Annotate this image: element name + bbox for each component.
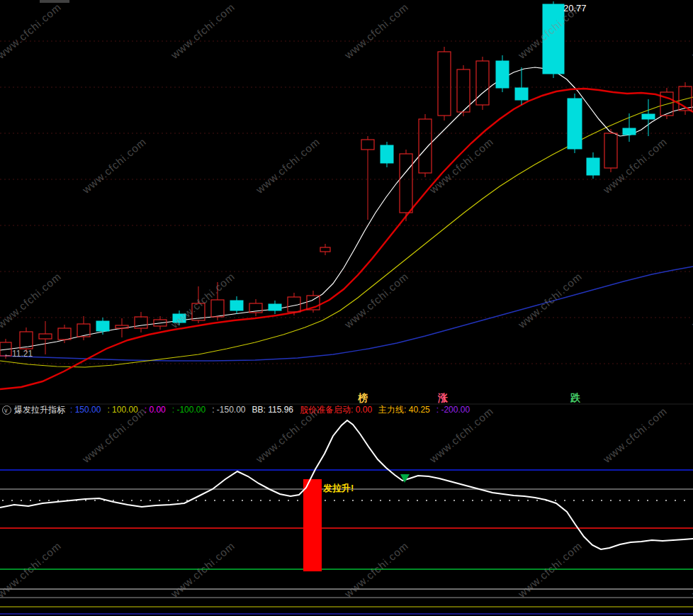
dotted-baseline-dot: [665, 500, 667, 501]
dotted-baseline-dot: [150, 500, 151, 501]
candle-up: [400, 154, 412, 213]
dotted-baseline-dot: [601, 500, 602, 501]
candle-down: [96, 321, 109, 331]
dotted-baseline-dot: [573, 500, 575, 501]
dotted-baseline-dot: [490, 500, 492, 501]
dotted-baseline-dot: [223, 500, 225, 501]
indicator-param-1: : 100.00: [107, 405, 137, 415]
dotted-baseline-dot: [260, 500, 261, 501]
indicator-param-4: : -150.00: [212, 405, 245, 415]
trading-terminal: www.cfchi.comwww.cfchi.comwww.cfchi.comw…: [0, 0, 693, 616]
dotted-baseline-dot: [582, 500, 584, 501]
dotted-baseline-dot: [407, 500, 409, 501]
dotted-baseline-dot: [232, 500, 234, 501]
indicator-header: 爆发拉升指标 : 150.00: 100.00: 0.00: -100.00: …: [0, 404, 693, 415]
price-label: 20.77: [563, 3, 587, 13]
chart-canvas[interactable]: [0, 0, 693, 616]
dotted-baseline-dot: [242, 500, 243, 501]
dotted-baseline-dot: [343, 500, 344, 501]
candle-down: [496, 61, 509, 88]
dotted-baseline-dot: [426, 500, 427, 501]
dotted-baseline-dot: [251, 500, 252, 501]
candle-down: [543, 4, 564, 74]
dotted-baseline-dot: [39, 500, 40, 501]
collapse-chevron-icon[interactable]: [2, 405, 11, 415]
dotted-baseline-dot: [481, 500, 483, 501]
candle-down: [587, 158, 599, 175]
candle-up: [457, 69, 470, 112]
candle-down: [568, 99, 582, 149]
signal-bar: [303, 479, 322, 571]
dotted-baseline-dot: [610, 500, 612, 501]
dotted-baseline-dot: [159, 500, 160, 501]
indicator-title: 爆发拉升指标: [14, 404, 65, 415]
dotted-baseline-dot: [398, 500, 400, 501]
candle-down: [173, 314, 186, 323]
candle-up: [361, 140, 374, 150]
dotted-baseline-dot: [417, 500, 418, 501]
ranking-item-0[interactable]: 榜: [358, 392, 368, 405]
dotted-baseline-dot: [122, 500, 123, 501]
candle-up: [39, 334, 52, 339]
dotted-baseline-dot: [527, 500, 529, 501]
dotted-baseline-dot: [214, 500, 215, 501]
dotted-baseline-dot: [371, 500, 372, 501]
ranking-item-1[interactable]: 涨: [438, 392, 448, 405]
dotted-baseline-dot: [325, 500, 326, 501]
dotted-baseline-dot: [196, 500, 197, 501]
indicator-param-8: : -200.00: [436, 405, 470, 415]
low-price-label: ←11.21: [4, 349, 33, 359]
dotted-baseline-dot: [269, 500, 271, 501]
candle-down: [623, 128, 636, 135]
dotted-baseline-dot: [297, 500, 298, 501]
dotted-baseline-dot: [656, 500, 658, 501]
indicator-param-2: : 0.00: [145, 405, 166, 415]
indicator-param-7: 主力线: 40.25: [378, 405, 430, 415]
candle-up: [476, 61, 489, 105]
dotted-baseline-dot: [2, 500, 4, 501]
candle-up: [58, 328, 71, 340]
ranking-row: 榜涨跌: [0, 392, 693, 404]
candle-up: [320, 247, 330, 252]
dotted-baseline-dot: [177, 500, 179, 501]
ma-line-trend-red: [0, 89, 693, 389]
dotted-baseline-dot: [168, 500, 169, 501]
indicator-params: : 150.00: 100.00: 0.00: -100.00: -150.00…: [70, 404, 476, 415]
dotted-baseline-dot: [472, 500, 473, 501]
dotted-baseline-dot: [113, 500, 114, 501]
candle-down: [642, 114, 655, 119]
indicator-param-0: : 150.00: [70, 405, 101, 415]
dotted-baseline-dot: [453, 500, 455, 501]
dotted-baseline-dot: [30, 500, 31, 501]
ranking-item-2[interactable]: 跌: [570, 392, 580, 405]
dotted-baseline-dot: [278, 500, 280, 501]
clipped-top-left-artifact: [40, 0, 69, 3]
indicator-param-6: 股价准备启动: 0.00: [300, 405, 372, 415]
dotted-baseline-dot: [629, 500, 630, 501]
dotted-baseline-dot: [435, 500, 436, 501]
indicator-param-5: BB: 115.96: [252, 405, 294, 415]
candle-down: [269, 304, 281, 310]
dotted-baseline-dot: [647, 500, 648, 501]
dotted-baseline-dot: [592, 500, 593, 501]
candle-down: [381, 145, 393, 163]
dotted-baseline-dot: [380, 500, 381, 501]
indicator-param-3: : -100.00: [172, 405, 205, 415]
dotted-baseline-dot: [518, 500, 519, 501]
candle-up: [419, 119, 432, 173]
ma-line-fast-white: [0, 67, 693, 350]
dotted-baseline-dot: [352, 500, 354, 501]
dotted-baseline-dot: [564, 500, 565, 501]
dotted-baseline-dot: [361, 500, 363, 501]
signal-text: 发拉升!: [323, 482, 354, 495]
dotted-baseline-dot: [48, 500, 50, 501]
dotted-baseline-dot: [131, 500, 133, 501]
dotted-baseline-dot: [85, 500, 86, 501]
dotted-baseline-dot: [389, 500, 390, 501]
dotted-baseline-dot: [463, 500, 464, 501]
dotted-baseline-dot: [684, 500, 685, 501]
dotted-baseline-dot: [21, 500, 22, 501]
dotted-baseline-dot: [555, 500, 556, 501]
candle-down: [230, 301, 243, 310]
candle-up: [438, 52, 451, 116]
